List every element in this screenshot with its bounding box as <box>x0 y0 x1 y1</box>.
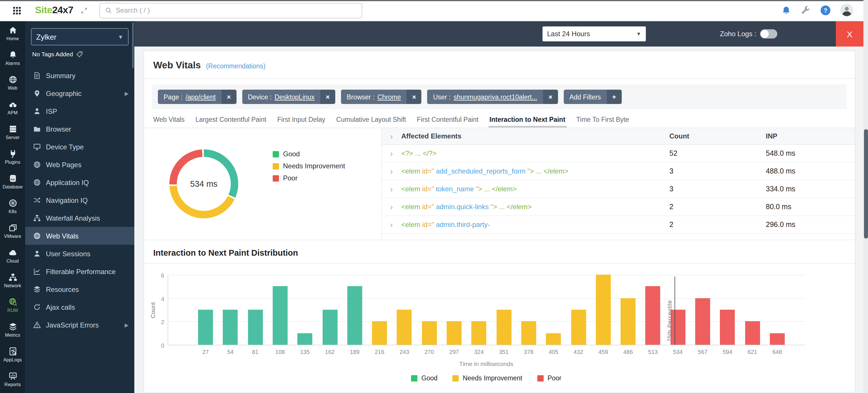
rail-item-applogs[interactable]: AppLogs <box>0 342 25 367</box>
rail-item-rum[interactable]: RUM <box>0 293 25 318</box>
x-tick-label: 459 <box>591 349 616 355</box>
rail-item-database[interactable]: SQLDatabase <box>0 169 25 194</box>
x-tick-label: 648 <box>765 349 790 355</box>
map-pin-icon <box>33 90 41 97</box>
tags-row: No Tags Added <box>32 51 134 57</box>
filter-chip-value[interactable]: DesktopLinux <box>274 93 314 100</box>
x-axis-label: Time in milliseconds <box>167 360 805 367</box>
user-avatar[interactable] <box>840 4 853 17</box>
tab-cumulative-layout-shift[interactable]: Cumulative Layout Shift <box>336 116 406 123</box>
filter-chip-value[interactable]: shunmugapriya.roct10alert... <box>454 93 537 100</box>
bar-513 <box>646 286 660 345</box>
affected-element-link[interactable]: <elem id=" admin.third-party- <box>401 221 670 229</box>
sidebar-item-summary[interactable]: Summary <box>25 67 134 84</box>
sidebar-item-filterable-performance[interactable]: Filterable Performance <box>25 262 134 280</box>
remove-filter-button[interactable]: × <box>221 90 236 104</box>
site24x7-logo[interactable]: Site24x7 <box>35 5 73 16</box>
legend-label: Poor <box>283 174 298 182</box>
notifications-icon[interactable] <box>781 5 791 15</box>
rail-item-reports[interactable]: Reports <box>0 367 25 392</box>
tools-wrench-icon[interactable] <box>801 5 811 15</box>
expand-chevron-icon[interactable]: › <box>382 132 401 141</box>
affected-element-link[interactable]: <?> ... </?> <box>401 149 670 158</box>
column-header-inp: INP <box>766 132 855 140</box>
sidebar-item-geographic[interactable]: Geographic ▶ <box>25 84 134 102</box>
expand-icon[interactable] <box>80 7 88 14</box>
sidebar-item-navigation-iq[interactable]: Navigation IQ <box>25 191 134 209</box>
window-edge <box>0 0 868 1</box>
filter-chip-label[interactable]: Device : DesktopLinux <box>242 90 320 104</box>
sidebar-item-application-iq[interactable]: Application IQ <box>25 173 134 191</box>
filter-chip-label[interactable]: Page : /app/client <box>158 90 221 104</box>
filter-chip-value[interactable]: Chrome <box>377 93 401 100</box>
row-expand-chevron-icon[interactable]: › <box>382 202 401 212</box>
x-tick-label: 54 <box>218 349 243 355</box>
rail-item-home[interactable]: Home <box>0 21 25 46</box>
bar-432 <box>571 310 586 345</box>
rail-item-plugins[interactable]: Plugins <box>0 145 25 169</box>
x-tick-label: 270 <box>416 349 442 355</box>
affected-element-link[interactable]: <elem id=" token_name "> ... </elem> <box>401 185 670 193</box>
y-tick-label: 4 <box>155 296 164 302</box>
rail-item-web[interactable]: Web <box>0 71 25 95</box>
sidebar-item-user-sessions[interactable]: User Sessions <box>25 245 134 262</box>
recommendations-link[interactable]: (Recommendations) <box>206 63 266 69</box>
x-tick-label: 324 <box>466 349 492 355</box>
metric-tabs: Web VitalsLargest Contentful PaintFirst … <box>153 116 846 128</box>
row-expand-chevron-icon[interactable]: › <box>382 149 401 158</box>
sidebar-item-web-pages[interactable]: Web Pages <box>25 156 134 173</box>
tab-interaction-to-next-paint[interactable]: Interaction to Next Paint <box>489 116 565 123</box>
global-search[interactable] <box>99 3 362 18</box>
tab-web-vitals[interactable]: Web Vitals <box>153 116 185 123</box>
add-filter-button[interactable]: + <box>607 90 622 104</box>
sidebar-item-ajax-calls[interactable]: Ajax calls <box>25 298 134 316</box>
sidebar-item-resources[interactable]: Resources <box>25 280 134 298</box>
sidebar-item-browser[interactable]: Browser <box>25 120 134 138</box>
help-icon[interactable]: ? <box>820 5 831 16</box>
row-expand-chevron-icon[interactable]: › <box>382 167 401 176</box>
sidebar-item-isp[interactable]: ISP <box>25 102 134 120</box>
tab-first-contentful-paint[interactable]: First Contentful Paint <box>417 116 478 123</box>
rail-item-metrics[interactable]: Metrics <box>0 318 25 342</box>
tab-first-input-delay[interactable]: First Input Delay <box>277 116 325 123</box>
sidebar-item-label: Navigation IQ <box>46 196 88 204</box>
remove-filter-button[interactable]: × <box>320 90 335 104</box>
tag-icon[interactable] <box>76 51 83 57</box>
rail-item-server[interactable]: Server <box>0 120 25 145</box>
web-vitals-card: Web Vitals (Recommendations) Page : /app… <box>144 51 856 393</box>
affected-element-link[interactable]: <elem id=" add_scheduled_reports_form ">… <box>401 167 670 175</box>
sidebar-item-waterfall-analysis[interactable]: Waterfall Analysis <box>25 209 134 227</box>
row-expand-chevron-icon[interactable]: › <box>382 220 401 229</box>
rail-item-k8s[interactable]: K8s <box>0 194 25 219</box>
zoho-logs-toggle[interactable] <box>761 29 778 38</box>
filter-chip-label[interactable]: User : shunmugapriya.roct10alert... <box>427 90 543 104</box>
sidebar-item-device-type[interactable]: Device Type <box>25 138 134 156</box>
filter-chip-value[interactable]: /app/client <box>186 93 216 100</box>
rail-item-network[interactable]: Network <box>0 268 25 293</box>
y-axis-title: Count <box>149 302 156 318</box>
page-scrollbar-thumb[interactable] <box>864 129 868 238</box>
page-scrollbar[interactable] <box>863 0 868 393</box>
rail-item-apm[interactable]: APM <box>0 95 25 120</box>
row-expand-chevron-icon[interactable]: › <box>382 185 401 194</box>
add-filters-label[interactable]: Add Filters <box>564 90 607 104</box>
close-button[interactable]: X <box>836 21 863 47</box>
remove-filter-button[interactable]: × <box>543 90 558 104</box>
topbar-icons: ? <box>781 4 860 17</box>
remove-filter-button[interactable]: × <box>407 90 422 104</box>
time-range-select[interactable]: Last 24 Hours ▼ <box>542 26 646 41</box>
sidebar-item-javascript-errors[interactable]: JavaScript Errors ▶ <box>25 316 134 334</box>
sidebar-scrollbar[interactable] <box>132 22 134 68</box>
monitor-selector[interactable]: Zylker ▼ <box>31 28 129 46</box>
search-input[interactable] <box>116 6 356 15</box>
filter-chip-browser: Browser : Chrome × <box>341 90 422 104</box>
apps-grid-icon[interactable] <box>12 6 21 15</box>
sidebar-item-web-vitals[interactable]: Web Vitals <box>25 227 134 245</box>
rail-item-vmware[interactable]: VMware <box>0 219 25 244</box>
tab-largest-contentful-paint[interactable]: Largest Contentful Paint <box>195 116 267 123</box>
filter-chip-label[interactable]: Browser : Chrome <box>341 90 407 104</box>
affected-element-link[interactable]: <elem id=" admin.quick-links "> ... </el… <box>401 203 670 211</box>
tab-time-to-first-byte[interactable]: Time To First Byte <box>577 116 629 123</box>
rail-item-cloud[interactable]: Cloud <box>0 244 25 268</box>
rail-item-alarms[interactable]: Alarms <box>0 46 25 71</box>
